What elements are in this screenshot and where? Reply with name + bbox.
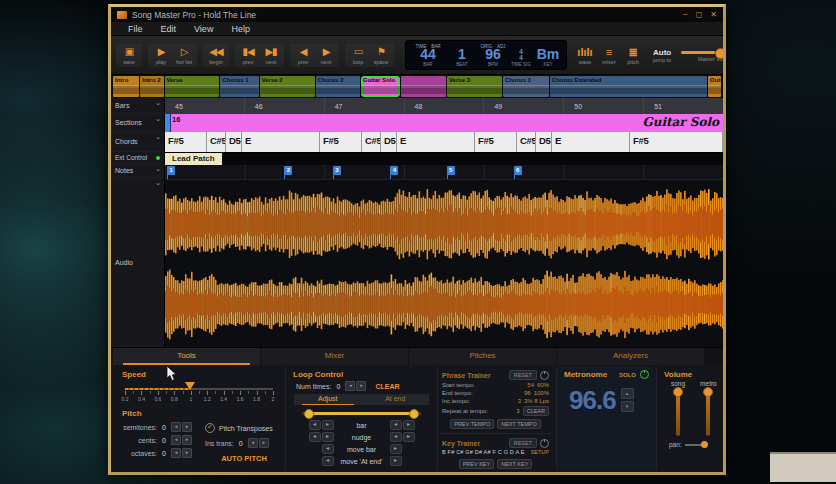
- map-section-chorus-1[interactable]: Chorus 1: [220, 76, 258, 97]
- note-marker-6[interactable]: 6: [514, 166, 522, 175]
- track-label-ext-control[interactable]: Ext Control: [111, 152, 164, 164]
- prev-button[interactable]: ▮◀prev: [238, 46, 258, 65]
- clear-tempo-button[interactable]: CLEAR: [523, 406, 549, 416]
- pan-handle[interactable]: [701, 441, 708, 448]
- next-button[interactable]: ▶▮next: [261, 46, 281, 65]
- note-marker-2[interactable]: 2: [284, 166, 292, 175]
- loop-clear-button[interactable]: CLEAR: [375, 383, 399, 390]
- map-section-verse[interactable]: Verse: [165, 76, 220, 97]
- map-section-outro[interactable]: Outro: [708, 76, 721, 97]
- chord-cell-9[interactable]: C#5: [517, 132, 536, 152]
- view-mixer-button[interactable]: ≡mixer: [599, 46, 619, 65]
- close-button[interactable]: ✕: [710, 10, 717, 20]
- loop-range-slider[interactable]: [302, 409, 421, 418]
- chord-cell-5[interactable]: C#5: [362, 132, 381, 152]
- chord-cell-10[interactable]: D5: [536, 132, 552, 152]
- chevron-down-icon[interactable]: ⌄: [155, 98, 161, 107]
- save-button[interactable]: ▣save: [119, 46, 139, 65]
- song-volume-handle[interactable]: [673, 387, 683, 397]
- chord-cell-0[interactable]: F#5: [165, 132, 207, 152]
- map-section-chorus-extended[interactable]: Chorus Extended: [550, 76, 707, 97]
- loop-start-handle[interactable]: [304, 409, 314, 419]
- loop-end-handle[interactable]: [409, 409, 419, 419]
- maximize-button[interactable]: ◻: [696, 10, 703, 20]
- metronome-down-button[interactable]: [621, 401, 634, 412]
- chord-cell-11[interactable]: E: [552, 132, 630, 152]
- map-section-verse-3[interactable]: Verse 3: [447, 76, 502, 97]
- chord-cell-8[interactable]: F#5: [475, 132, 517, 152]
- stepper-up-button[interactable]: [182, 448, 192, 458]
- speed-slider-handle[interactable]: [185, 382, 195, 395]
- play-button[interactable]: ▶play: [151, 46, 171, 65]
- stepper-up-button[interactable]: [182, 435, 192, 445]
- chord-cell-3[interactable]: E: [242, 132, 320, 152]
- loop-button[interactable]: ▭loop: [348, 46, 368, 65]
- metro-volume-handle[interactable]: [703, 387, 713, 397]
- key-power-icon[interactable]: [540, 439, 549, 448]
- tab-mixer[interactable]: Mixer: [261, 348, 408, 365]
- next-key-button[interactable]: NEXT KEY: [497, 459, 532, 469]
- map-section-intro-2[interactable]: Intro 2: [140, 76, 163, 97]
- speed-slider[interactable]: 0.20.40.60.811.21.41.61.82: [125, 382, 273, 406]
- master-volume-handle[interactable]: [715, 48, 723, 59]
- chord-cell-6[interactable]: D5: [381, 132, 397, 152]
- track-label-bars[interactable]: Bars⌄: [111, 98, 164, 114]
- tab-analyzers[interactable]: Analyzers: [557, 348, 704, 365]
- menu-edit[interactable]: Edit: [152, 24, 186, 34]
- chord-cell-2[interactable]: D5: [226, 132, 242, 152]
- master-volume-slider[interactable]: [681, 51, 723, 54]
- chord-cell-7[interactable]: E: [397, 132, 475, 152]
- phrase-power-icon[interactable]: [540, 371, 549, 380]
- stepper-up-button[interactable]: [182, 422, 192, 432]
- playhead-marker[interactable]: [165, 114, 171, 132]
- menu-view[interactable]: View: [185, 24, 222, 34]
- metronome-power-icon[interactable]: [640, 370, 649, 379]
- ext-control-chip[interactable]: Lead Patch: [165, 153, 222, 165]
- notes-track[interactable]: 123456: [165, 165, 723, 180]
- stepper-down-button[interactable]: [171, 448, 181, 458]
- stepper-down-button[interactable]: [171, 435, 181, 445]
- stepper-down-button[interactable]: [345, 381, 355, 391]
- loop-tab-at-end[interactable]: At end: [362, 394, 430, 405]
- menu-file[interactable]: File: [119, 24, 152, 34]
- track-label-audio[interactable]: Audio⌄: [111, 178, 164, 347]
- note-marker-1[interactable]: 1: [167, 166, 175, 175]
- tab-tools[interactable]: Tools: [113, 348, 260, 365]
- next-tempo-button[interactable]: NEXT TEMPO: [497, 419, 541, 429]
- view-wave-button[interactable]: ılıIıwave: [575, 46, 595, 65]
- chord-cell-1[interactable]: C#5: [207, 132, 226, 152]
- menu-help[interactable]: Help: [222, 24, 259, 34]
- sections-track[interactable]: 16 Guitar Solo: [165, 114, 723, 132]
- key-setup-button[interactable]: SETUP: [531, 449, 549, 455]
- loop-right-button[interactable]: [390, 444, 402, 454]
- map-section-intro[interactable]: Intro: [113, 76, 139, 97]
- bpm-mode-adj[interactable]: ADJ: [497, 44, 506, 49]
- loop-tab-adjust[interactable]: Adjust: [294, 394, 362, 405]
- loop-left-button[interactable]: [309, 432, 321, 442]
- track-label-notes[interactable]: Notes⌄: [111, 164, 164, 178]
- metronome-solo-button[interactable]: SOLO: [619, 372, 636, 378]
- track-label-sections[interactable]: Sections⌄: [111, 114, 164, 132]
- phrase-reset-button[interactable]: RESET: [509, 370, 537, 380]
- stepper-down-button[interactable]: [171, 422, 181, 432]
- chevron-down-icon[interactable]: ⌄: [155, 164, 161, 173]
- map-section-verse-2[interactable]: Verse 2: [260, 76, 315, 97]
- next-button[interactable]: ▶next: [316, 46, 336, 65]
- loop-right-button[interactable]: [322, 432, 334, 442]
- map-section-chorus-3[interactable]: Chorus 3: [503, 76, 549, 97]
- auto-jump-control[interactable]: Auto jump to: [653, 48, 671, 63]
- chevron-down-icon[interactable]: ⌄: [155, 178, 161, 187]
- loop-right-button[interactable]: [322, 420, 334, 430]
- display-mode-time[interactable]: TIME: [415, 44, 426, 49]
- auto-pitch-button[interactable]: AUTO PITCH: [205, 454, 283, 463]
- stepper-down-button[interactable]: [248, 438, 258, 448]
- tab-pitches[interactable]: Pitches: [409, 348, 556, 365]
- chevron-down-icon[interactable]: ⌄: [155, 132, 161, 141]
- loop-left-button[interactable]: [309, 420, 321, 430]
- loop-right-button[interactable]: [403, 420, 415, 430]
- note-marker-5[interactable]: 5: [447, 166, 455, 175]
- chord-cell-12[interactable]: F#5: [630, 132, 723, 152]
- stepper-up-button[interactable]: [356, 381, 366, 391]
- loop-left-button[interactable]: [390, 432, 402, 442]
- loop-right-button[interactable]: [390, 456, 402, 466]
